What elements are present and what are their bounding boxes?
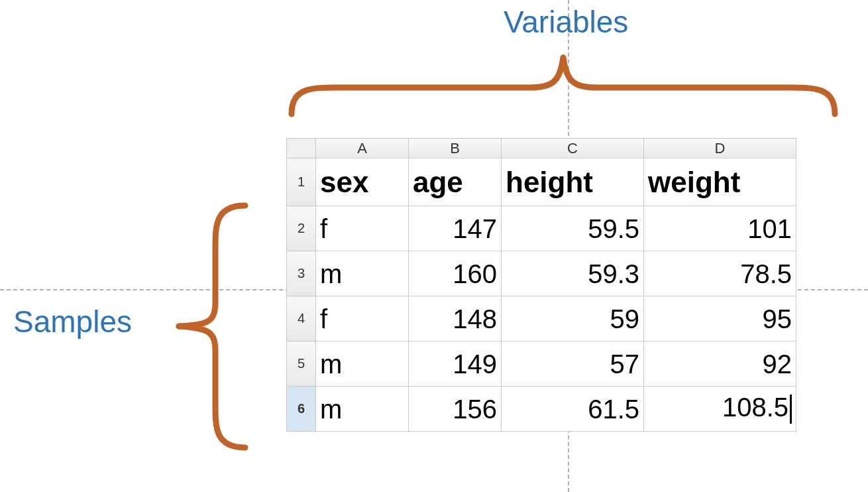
samples-label: Samples bbox=[13, 304, 132, 339]
col-header-B[interactable]: B bbox=[409, 139, 502, 158]
header-height[interactable]: height bbox=[502, 158, 644, 206]
row-header-4[interactable]: 4 bbox=[287, 296, 316, 341]
cell-A2[interactable]: f bbox=[316, 206, 409, 251]
corner-cell[interactable] bbox=[287, 139, 316, 158]
cell-B6[interactable]: 156 bbox=[409, 387, 502, 432]
col-header-D[interactable]: D bbox=[644, 139, 796, 158]
cell-C2[interactable]: 59.5 bbox=[502, 206, 644, 251]
col-header-C[interactable]: C bbox=[502, 139, 644, 158]
cell-B3[interactable]: 160 bbox=[409, 251, 502, 296]
header-sex[interactable]: sex bbox=[316, 158, 409, 206]
cell-D3[interactable]: 78.5 bbox=[644, 251, 796, 296]
variables-brace-icon bbox=[285, 48, 841, 121]
column-header-row: A B C D bbox=[287, 139, 796, 158]
table-row: 4 f 148 59 95 bbox=[287, 296, 796, 341]
header-weight[interactable]: weight bbox=[644, 158, 796, 206]
cell-D6[interactable]: 108.5 bbox=[644, 387, 796, 432]
samples-brace-icon bbox=[152, 199, 252, 454]
spreadsheet: A B C D 1 sex age height weight 2 f 147 … bbox=[286, 138, 796, 432]
cell-C6[interactable]: 61.5 bbox=[502, 387, 644, 432]
cell-A6[interactable]: m bbox=[316, 387, 409, 432]
cell-B4[interactable]: 148 bbox=[409, 296, 502, 341]
table-row: 2 f 147 59.5 101 bbox=[287, 206, 796, 251]
table-row: 6 m 156 61.5 108.5 bbox=[287, 387, 796, 432]
cell-C3[interactable]: 59.3 bbox=[502, 251, 644, 296]
cell-A5[interactable]: m bbox=[316, 341, 409, 387]
cell-B5[interactable]: 149 bbox=[409, 341, 502, 387]
cell-A4[interactable]: f bbox=[316, 296, 409, 341]
table-row: 3 m 160 59.3 78.5 bbox=[287, 251, 796, 296]
cell-D2[interactable]: 101 bbox=[644, 206, 796, 251]
cell-B2[interactable]: 147 bbox=[409, 206, 502, 251]
text-cursor-icon bbox=[790, 395, 792, 424]
variables-label: Variables bbox=[504, 4, 628, 40]
header-age[interactable]: age bbox=[409, 158, 502, 206]
cell-D5[interactable]: 92 bbox=[644, 341, 796, 387]
table-row: 5 m 149 57 92 bbox=[287, 341, 796, 387]
row-header-6[interactable]: 6 bbox=[287, 387, 316, 432]
cell-C5[interactable]: 57 bbox=[502, 341, 644, 387]
cell-D6-value: 108.5 bbox=[722, 393, 788, 422]
col-header-A[interactable]: A bbox=[316, 139, 409, 158]
table-row: 1 sex age height weight bbox=[287, 158, 796, 206]
row-header-2[interactable]: 2 bbox=[287, 206, 316, 251]
cell-D4[interactable]: 95 bbox=[644, 296, 796, 341]
cell-A3[interactable]: m bbox=[316, 251, 409, 296]
row-header-3[interactable]: 3 bbox=[287, 251, 316, 296]
row-header-1[interactable]: 1 bbox=[287, 158, 316, 206]
row-header-5[interactable]: 5 bbox=[287, 341, 316, 387]
cell-C4[interactable]: 59 bbox=[502, 296, 644, 341]
